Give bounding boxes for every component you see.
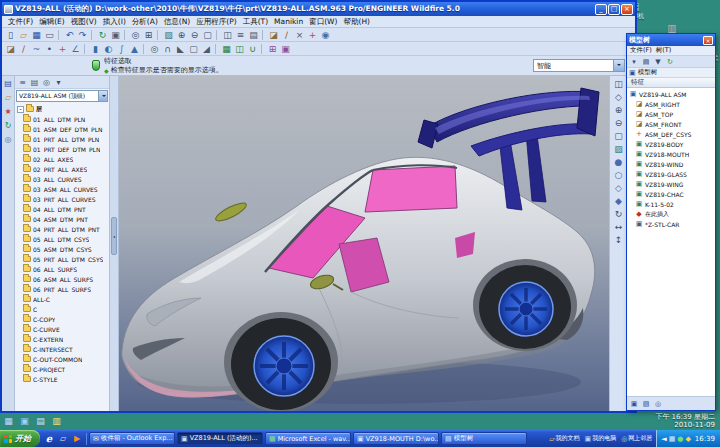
- layer-tree-item[interactable]: C-CURVE: [15, 324, 109, 334]
- datum-point-icon[interactable]: •: [43, 43, 56, 55]
- menu-item[interactable]: 插入(I): [100, 17, 129, 27]
- chamfer-icon[interactable]: ◣: [174, 43, 187, 55]
- hidden-line-icon[interactable]: ○: [612, 169, 625, 181]
- perspective-icon[interactable]: ◆: [612, 195, 625, 207]
- view-orient-icon[interactable]: ◇: [612, 91, 625, 103]
- feature-tree-item[interactable]: ▣ K-11-5-02: [627, 199, 715, 209]
- layer-tree-item[interactable]: C-PROJECT: [15, 364, 109, 374]
- mt-display-icon[interactable]: ▨: [641, 399, 651, 409]
- feature-tree-item[interactable]: ▣ VZ819-ALL ASM: [627, 89, 715, 99]
- menu-item[interactable]: 信息(N): [161, 17, 193, 27]
- 3d-viewport[interactable]: [119, 76, 609, 411]
- model-tree-menu-item[interactable]: 文件(F): [630, 46, 652, 55]
- front-wheel[interactable]: [231, 318, 331, 410]
- undo-icon[interactable]: ↶: [63, 29, 76, 41]
- save-icon[interactable]: ▦: [30, 29, 43, 41]
- network-tray-icon[interactable]: ▦: [669, 435, 676, 443]
- layer-tree-item[interactable]: 05_ALL_DTM_CSYS: [15, 234, 109, 244]
- shade-display-icon[interactable]: ●: [612, 156, 625, 168]
- layer-object-combo[interactable]: VZ819-ALL ASM (顶级): [16, 90, 108, 102]
- menu-item[interactable]: 文件(F): [5, 17, 36, 27]
- start-button[interactable]: 开始: [0, 430, 40, 447]
- new-file-icon[interactable]: ▯: [4, 29, 17, 41]
- feature-column-header[interactable]: 特征: [627, 78, 715, 88]
- history-tab-icon[interactable]: ↻: [3, 120, 14, 131]
- layer-options-icon[interactable]: ▾: [53, 77, 64, 88]
- media-player-icon[interactable]: ▶: [71, 433, 83, 445]
- panel-sash[interactable]: ◂: [110, 76, 119, 411]
- copy-icon[interactable]: ▣: [109, 29, 122, 41]
- favorites-tab-icon[interactable]: ★: [3, 106, 14, 117]
- pan-icon[interactable]: ↔: [612, 221, 625, 233]
- layer-tree-root[interactable]: - 层: [15, 104, 109, 114]
- layer-tree-item[interactable]: 01_ALL_DTM_PLN: [15, 114, 109, 124]
- refit-icon[interactable]: ▢: [612, 130, 625, 142]
- feature-tree-item[interactable]: ▣ VZ819-CHAC: [627, 189, 715, 199]
- search-icon[interactable]: ◎: [129, 29, 142, 41]
- regenerate-icon[interactable]: ↻: [96, 29, 109, 41]
- tree-collapse-icon[interactable]: -: [17, 106, 24, 113]
- layer-tree-item[interactable]: 06_ALL_SURFS: [15, 264, 109, 274]
- pattern-icon[interactable]: ▦: [220, 43, 233, 55]
- close-icon[interactable]: ×: [703, 36, 713, 45]
- layer-tree-item[interactable]: 03_ALL_CURVES: [15, 174, 109, 184]
- layer-tree-item[interactable]: C-STYLE: [15, 374, 109, 384]
- layer-tree-item[interactable]: 03_ASM_ALL_CURVES: [15, 184, 109, 194]
- merge-icon[interactable]: ∪: [246, 43, 259, 55]
- assemble-icon[interactable]: ⊞: [266, 43, 279, 55]
- mt-insert-icon[interactable]: ▣: [629, 399, 639, 409]
- mirror-icon[interactable]: ◫: [233, 43, 246, 55]
- layer-tree-item[interactable]: 03_PRT_ALL_CURVES: [15, 194, 109, 204]
- zoom-in-icon[interactable]: ⊕: [612, 104, 625, 116]
- sketch-icon[interactable]: ∠: [69, 43, 82, 55]
- layer-tree-item[interactable]: 04_ALL_DTM_PNT: [15, 204, 109, 214]
- hole-icon[interactable]: ◎: [148, 43, 161, 55]
- feature-tree-item[interactable]: ▣ VZ819-GLASS: [627, 169, 715, 179]
- mt-refresh-icon[interactable]: ↻: [665, 57, 675, 67]
- datum-csys-toggle-icon[interactable]: +: [306, 29, 319, 41]
- layers-icon[interactable]: ≡: [234, 29, 247, 41]
- titlebar[interactable]: VZ819-ALL (活动的) D:\work-other\2010\牛伟\VZ…: [2, 2, 635, 16]
- maximize-button[interactable]: □: [608, 4, 620, 15]
- shell-icon[interactable]: ▢: [187, 43, 200, 55]
- task-proe-vz819[interactable]: ▣ VZ819-ALL (活动的)...: [177, 432, 263, 445]
- layer-tree-item[interactable]: 04_ASM_DTM_PNT: [15, 214, 109, 224]
- menu-item[interactable]: 应用程序(P): [193, 17, 239, 27]
- draft-icon[interactable]: ◢: [200, 43, 213, 55]
- menu-item[interactable]: Manikin: [271, 17, 306, 26]
- model-tree-tab-icon[interactable]: ▤: [3, 78, 14, 89]
- rear-wheel[interactable]: [479, 265, 571, 349]
- datum-point-toggle-icon[interactable]: ×: [293, 29, 306, 41]
- layer-tree-item[interactable]: 01_PRT_DEF_DTM_PLN: [15, 144, 109, 154]
- input-method-icon[interactable]: ◆: [685, 435, 690, 443]
- layer-tree-item[interactable]: C: [15, 304, 109, 314]
- print-icon[interactable]: ▭: [43, 29, 56, 41]
- layer-tree-item[interactable]: C-EXTERN: [15, 334, 109, 344]
- ie-icon[interactable]: e: [43, 433, 55, 445]
- connections-tab-icon[interactable]: ◎: [3, 134, 14, 145]
- feature-tree-item[interactable]: ▣ *Z-STL-CAR: [627, 219, 715, 229]
- layer-tree-item[interactable]: 02_PRT_ALL_AXES: [15, 164, 109, 174]
- wireframe-icon[interactable]: ◇: [612, 182, 625, 194]
- desktop-app-icon-2[interactable]: ▣: [19, 416, 30, 427]
- layer-settings-icon[interactable]: ▤: [29, 77, 40, 88]
- refit-icon[interactable]: ▢: [201, 29, 214, 41]
- feature-tree-item[interactable]: ◪ ASM_FRONT: [627, 119, 715, 129]
- menu-item[interactable]: 帮助(H): [340, 17, 373, 27]
- mt-settings-icon[interactable]: ▤: [641, 57, 651, 67]
- flip-icon[interactable]: ↕: [612, 234, 625, 246]
- selection-filter-combo[interactable]: 智能: [533, 59, 625, 72]
- sweep-icon[interactable]: ∫: [115, 43, 128, 55]
- layer-tree-item[interactable]: C-COPY: [15, 314, 109, 324]
- my-computer-icon[interactable]: ▣ 我的电脑: [583, 434, 619, 443]
- feature-tree-item[interactable]: ▣ VZ819-WIND: [627, 159, 715, 169]
- layer-tree-item[interactable]: 02_ALL_AXES: [15, 154, 109, 164]
- datum-csys-icon[interactable]: +: [56, 43, 69, 55]
- roof-glass[interactable]: [365, 166, 457, 212]
- network-places-icon[interactable]: ◎ 网上邻居: [619, 434, 654, 443]
- datum-axis-toggle-icon[interactable]: ∕: [280, 29, 293, 41]
- zoom-out-icon[interactable]: ⊖: [188, 29, 201, 41]
- feature-tree-item[interactable]: ◪ ASM_TOP: [627, 109, 715, 119]
- task-excel[interactable]: ▦ Microsoft Excel - wav...: [265, 432, 351, 445]
- feature-tree-item[interactable]: ▣ VZ819-WING: [627, 179, 715, 189]
